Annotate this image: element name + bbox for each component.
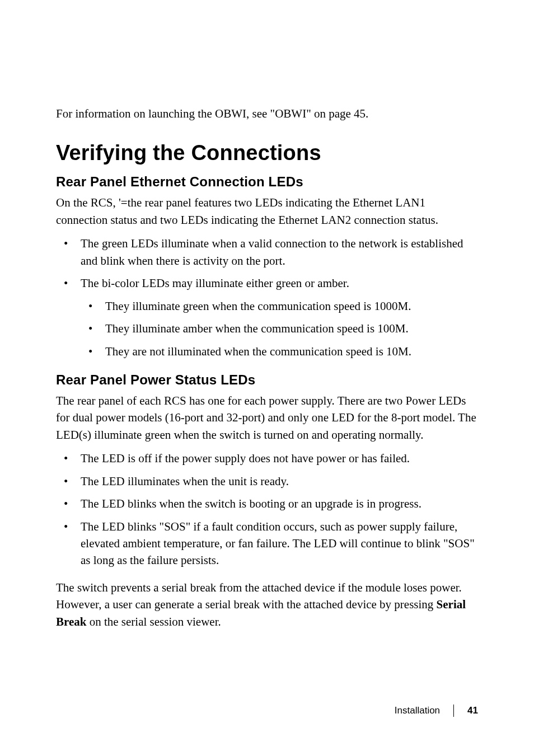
section1-bullet-list: The green LEDs illuminate when a valid c… xyxy=(56,235,478,360)
list-item: They illuminate green when the communica… xyxy=(81,298,478,314)
section1-sub-bullet-list: They illuminate green when the communica… xyxy=(81,298,478,360)
list-item: The bi-color LEDs may illuminate either … xyxy=(56,275,478,360)
closing-text-post: on the serial session viewer. xyxy=(86,615,221,628)
list-item: The LED blinks "SOS" if a fault conditio… xyxy=(56,518,478,569)
section1-heading: Rear Panel Ethernet Connection LEDs xyxy=(56,174,478,190)
list-item: The LED blinks when the switch is bootin… xyxy=(56,495,478,512)
section2-closing-paragraph: The switch prevents a serial break from … xyxy=(56,579,478,630)
list-item: They illuminate amber when the communica… xyxy=(81,320,478,337)
list-item: The LED illuminates when the unit is rea… xyxy=(56,473,478,490)
footer-section-label: Installation xyxy=(395,705,440,716)
list-item: They are not illuminated when the commun… xyxy=(81,343,478,360)
footer-page-number: 41 xyxy=(467,705,478,716)
list-item: The green LEDs illuminate when a valid c… xyxy=(56,235,478,269)
page-footer: Installation 41 xyxy=(395,705,478,717)
footer-divider xyxy=(453,705,454,717)
list-item: The LED is off if the power supply does … xyxy=(56,450,478,467)
section2-bullet-list: The LED is off if the power supply does … xyxy=(56,450,478,569)
closing-text-pre: The switch prevents a serial break from … xyxy=(56,581,462,611)
list-item-text: The bi-color LEDs may illuminate either … xyxy=(81,276,349,290)
intro-paragraph: For information on launching the OBWI, s… xyxy=(56,105,478,122)
section2-paragraph: The rear panel of each RCS has one for e… xyxy=(56,392,478,443)
section2-heading: Rear Panel Power Status LEDs xyxy=(56,372,478,388)
main-heading: Verifying the Connections xyxy=(56,141,478,165)
section1-paragraph: On the RCS, '=the rear panel features tw… xyxy=(56,194,478,228)
